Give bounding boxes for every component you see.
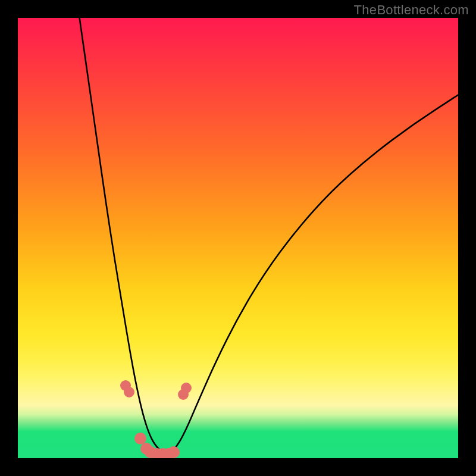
- plot-area: [18, 18, 458, 458]
- scatter-dot: [181, 383, 192, 393]
- watermark-text: TheBottleneck.com: [354, 2, 469, 18]
- scatter-dot: [168, 446, 180, 458]
- scatter-dot: [124, 387, 134, 397]
- gradient-background: [18, 18, 458, 458]
- stage: TheBottleneck.com: [0, 0, 476, 476]
